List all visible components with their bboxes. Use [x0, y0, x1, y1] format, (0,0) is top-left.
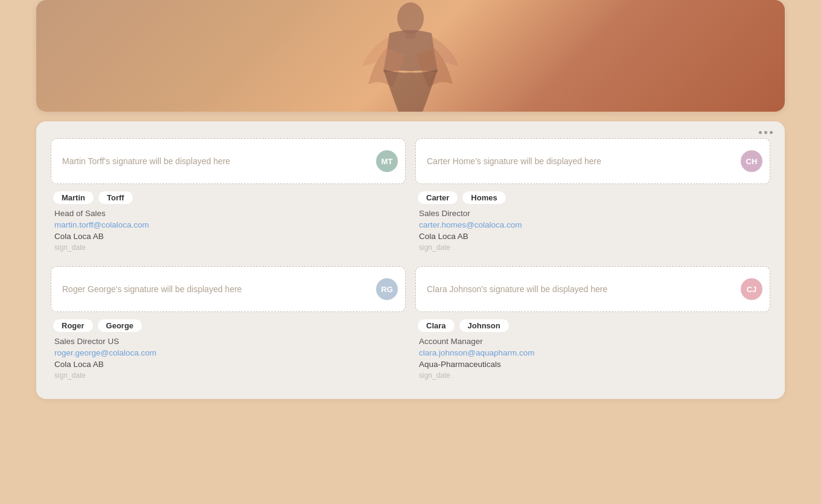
signer-clara-johnson: Clara Johnson's signature will be displa… — [415, 266, 770, 384]
signers-grid: Martin Torff's signature will be display… — [51, 138, 770, 384]
last-name-clara: Johnson — [459, 319, 509, 332]
more-options-button[interactable] — [759, 131, 773, 134]
signature-placeholder-martin: Martin Torff's signature will be display… — [62, 156, 394, 166]
sign-date-carter: sign_date — [418, 243, 768, 252]
title-martin: Head of Sales — [53, 209, 403, 218]
signer-carter-homes: Carter Home's signature will be displaye… — [415, 138, 770, 257]
title-roger: Sales Director US — [53, 337, 403, 346]
signer-info-carter: Carter Homes Sales Director carter.homes… — [415, 184, 770, 257]
signer-info-roger: Roger George Sales Director US roger.geo… — [51, 312, 406, 384]
name-tags-martin: Martin Torff — [53, 191, 403, 204]
last-name-roger: George — [98, 319, 142, 332]
first-name-martin: Martin — [53, 191, 94, 204]
company-martin: Cola Loca AB — [53, 232, 403, 241]
company-roger: Cola Loca AB — [53, 360, 403, 369]
first-name-clara: Clara — [418, 319, 455, 332]
signature-placeholder-clara: Clara Johnson's signature will be displa… — [427, 284, 759, 294]
signer-roger-george: Roger George's signature will be display… — [51, 266, 406, 384]
name-tags-clara: Clara Johnson — [418, 319, 768, 332]
figure-silhouette-icon — [350, 0, 471, 112]
signers-card: Martin Torff's signature will be display… — [36, 121, 785, 399]
last-name-martin: Torff — [98, 191, 133, 204]
signature-box-clara[interactable]: Clara Johnson's signature will be displa… — [415, 266, 770, 312]
dot-icon — [764, 131, 767, 134]
last-name-carter: Homes — [462, 191, 505, 204]
email-martin: martin.torff@colaloca.com — [53, 220, 403, 229]
first-name-roger: Roger — [53, 319, 93, 332]
signature-placeholder-roger: Roger George's signature will be display… — [62, 284, 394, 294]
first-name-carter: Carter — [418, 191, 458, 204]
signature-placeholder-carter: Carter Home's signature will be displaye… — [427, 156, 759, 166]
email-carter: carter.homes@colaloca.com — [418, 220, 768, 229]
dot-icon — [770, 131, 773, 134]
title-clara: Account Manager — [418, 337, 768, 346]
avatar-carter: CH — [741, 150, 762, 172]
avatar-roger: RG — [376, 278, 398, 300]
signer-martin-torff: Martin Torff's signature will be display… — [51, 138, 406, 257]
signer-info-clara: Clara Johnson Account Manager clara.john… — [415, 312, 770, 384]
email-clara: clara.johnson@aquapharm.com — [418, 348, 768, 357]
dot-icon — [759, 131, 762, 134]
sign-date-martin: sign_date — [53, 243, 403, 252]
company-carter: Cola Loca AB — [418, 232, 768, 241]
signature-box-carter[interactable]: Carter Home's signature will be displaye… — [415, 138, 770, 184]
svg-point-0 — [397, 2, 424, 34]
avatar-clara: CJ — [741, 278, 762, 300]
name-tags-roger: Roger George — [53, 319, 403, 332]
email-roger: roger.george@colaloca.com — [53, 348, 403, 357]
title-carter: Sales Director — [418, 209, 768, 218]
svg-rect-1 — [405, 30, 416, 39]
signer-info-martin: Martin Torff Head of Sales martin.torff@… — [51, 184, 406, 257]
image-placeholder — [36, 0, 785, 112]
sign-date-roger: sign_date — [53, 371, 403, 380]
company-clara: Aqua-Pharmaceuticals — [418, 360, 768, 369]
top-image-card — [36, 0, 785, 112]
sign-date-clara: sign_date — [418, 371, 768, 380]
name-tags-carter: Carter Homes — [418, 191, 768, 204]
avatar-martin: MT — [376, 150, 398, 172]
signature-box-roger[interactable]: Roger George's signature will be display… — [51, 266, 406, 312]
signature-box-martin[interactable]: Martin Torff's signature will be display… — [51, 138, 406, 184]
hero-image — [36, 0, 785, 112]
